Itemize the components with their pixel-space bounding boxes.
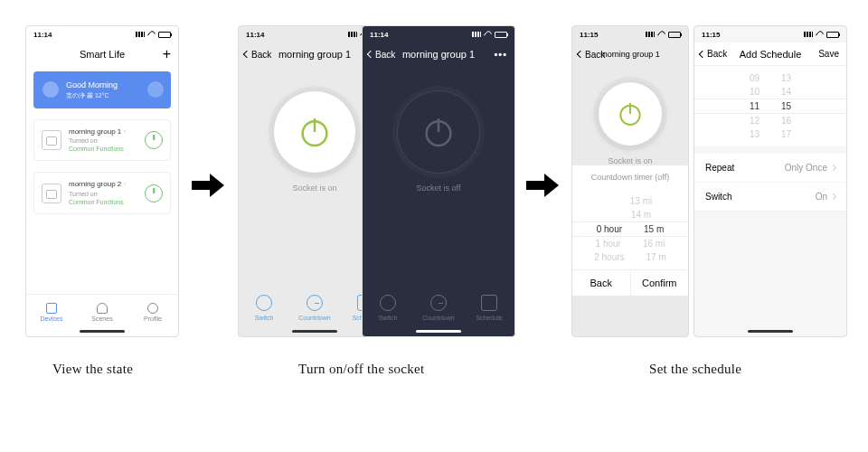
caption-toggle: Turn on/off the socket	[298, 362, 425, 377]
back-button[interactable]: Back	[578, 50, 605, 60]
bottom-tabs: Switch Countdown Schedule	[363, 286, 514, 330]
switch-value: On	[816, 192, 827, 202]
status-bar: 11:14	[26, 26, 178, 42]
chevron-right-icon	[830, 193, 836, 200]
chevron-right-icon	[830, 165, 836, 171]
power-icon	[420, 114, 457, 150]
status-time: 11:14	[370, 31, 388, 39]
greeting: Good Morning	[66, 80, 118, 91]
socket-state: Socket is off	[363, 184, 514, 193]
caption-schedule: Set the schedule	[649, 362, 741, 377]
page-title: morning group 1	[600, 50, 660, 59]
status-time: 11:15	[580, 31, 598, 39]
countdown-title: Countdown timer (off)	[572, 165, 688, 189]
device-row[interactable]: morning group 2 › Turned on Common Funct…	[33, 172, 171, 214]
action-bar: Back Confirm	[572, 269, 688, 296]
status-icons	[136, 32, 171, 38]
status-bar: 11:15	[694, 26, 846, 42]
back-button[interactable]: Back	[244, 50, 271, 60]
more-icon[interactable]: •••	[494, 49, 507, 60]
status-time: 11:14	[246, 31, 264, 39]
confirm-button[interactable]: Confirm	[630, 270, 689, 296]
tab-switch[interactable]: Switch	[239, 295, 289, 321]
status-time: 11:15	[702, 31, 720, 39]
status-bar: 11:14	[363, 26, 514, 42]
plug-icon	[42, 184, 61, 203]
back-button[interactable]: Back	[368, 50, 395, 60]
header: Back morning group 1	[572, 42, 688, 66]
phone-switch-off: 11:14 Back morning group 1 ••• Socket is…	[362, 25, 515, 337]
header: Back Add Schedule Save	[694, 42, 846, 66]
header: Back morning group 1 •••	[363, 42, 514, 66]
weather-sub: 京の浄 霧 12°C	[66, 91, 118, 99]
home-indicator	[80, 330, 125, 333]
repeat-label: Repeat	[705, 163, 734, 173]
caption-view: View the state	[52, 362, 133, 377]
power-icon	[616, 99, 645, 128]
arrow-icon	[526, 172, 562, 199]
tab-countdown[interactable]: Countdown	[289, 295, 340, 321]
socket-state: Socket is on	[572, 156, 688, 165]
tab-countdown[interactable]: Countdown	[413, 295, 464, 321]
device-row[interactable]: morning group 1 › Turned on Common Funct…	[33, 119, 171, 162]
device-common: Common Functions	[69, 145, 137, 153]
status-bar: 11:15	[572, 26, 688, 42]
device-name: morning group 2	[69, 180, 121, 188]
time-wheel[interactable]: 13 mi 14 m 0 hour15 m 1 hour16 mi 2 hour…	[572, 189, 688, 269]
power-button[interactable]	[398, 91, 479, 173]
page-title: morning group 1	[402, 49, 475, 60]
page-title: Add Schedule	[740, 49, 802, 60]
repeat-row[interactable]: Repeat Only Once	[694, 154, 846, 183]
tab-scenes[interactable]: Scenes	[77, 295, 127, 330]
back-button[interactable]: Back	[700, 49, 727, 59]
home-indicator	[292, 330, 337, 333]
tab-switch[interactable]: Switch	[363, 295, 413, 321]
device-name: morning group 1	[69, 127, 121, 136]
power-icon	[297, 114, 333, 150]
power-icon[interactable]	[145, 184, 163, 202]
device-status: Turned on	[69, 137, 137, 145]
page-title: morning group 1	[278, 49, 351, 60]
device-status: Turned on	[69, 190, 137, 198]
status-time: 11:14	[33, 31, 52, 39]
sun-icon	[42, 81, 59, 98]
device-common: Common Functions	[69, 198, 137, 206]
weather-banner[interactable]: Good Morning 京の浄 霧 12°C	[33, 71, 171, 108]
repeat-value: Only Once	[785, 163, 827, 173]
phone-countdown: 11:15 Back morning group 1 Socket is on …	[571, 25, 689, 337]
arrow-icon	[192, 172, 228, 199]
switch-row[interactable]: Switch On	[694, 183, 846, 212]
power-button[interactable]	[274, 91, 355, 173]
back-button[interactable]: Back	[572, 270, 630, 296]
switch-label: Switch	[705, 192, 731, 202]
power-button[interactable]	[599, 82, 662, 146]
home-indicator	[748, 330, 793, 333]
banner-text: Good Morning 京の浄 霧 12°C	[66, 80, 118, 99]
phone-home: 11:14 Smart Life + Good Morning 京の浄 霧 12…	[25, 25, 179, 337]
add-icon[interactable]: +	[163, 46, 171, 62]
time-picker[interactable]: 0913 1014 1115 1216 1317	[694, 66, 846, 146]
plug-icon	[42, 130, 61, 150]
tab-profile[interactable]: Profile	[127, 295, 178, 330]
home-indicator	[416, 330, 461, 333]
phone-add-schedule: 11:15 Back Add Schedule Save 0913 1014 1…	[693, 25, 847, 337]
tab-bar: Devices Scenes Profile	[26, 294, 178, 330]
header: Smart Life +	[26, 42, 178, 66]
power-icon[interactable]	[145, 131, 163, 149]
mic-icon[interactable]	[147, 81, 164, 98]
save-button[interactable]: Save	[818, 49, 839, 59]
tab-schedule[interactable]: Schedule	[464, 295, 514, 321]
tab-devices[interactable]: Devices	[26, 295, 77, 330]
app-title: Smart Life	[80, 49, 125, 60]
